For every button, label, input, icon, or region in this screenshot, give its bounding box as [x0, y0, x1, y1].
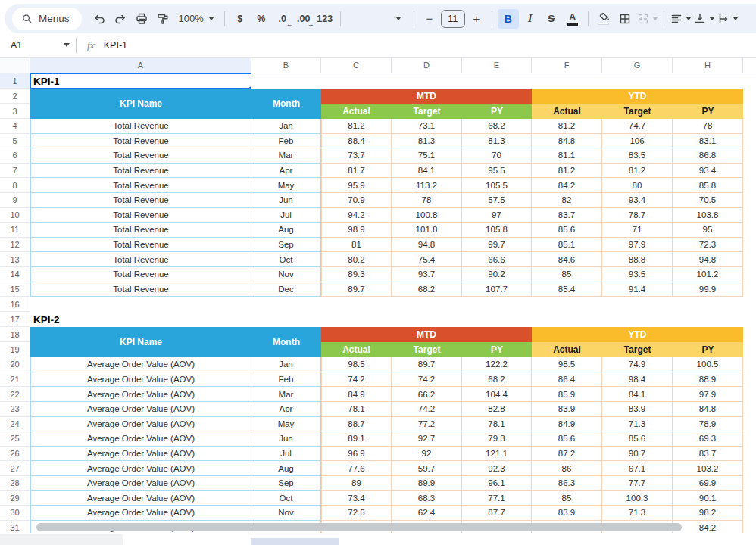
month-cell[interactable]: Nov — [251, 506, 321, 521]
italic-button[interactable]: I — [520, 9, 540, 29]
value-cell[interactable]: 80.2 — [321, 252, 392, 267]
sub-header-target[interactable]: Target — [392, 342, 462, 357]
value-cell[interactable]: 98.9 — [321, 223, 392, 238]
row-number[interactable]: 24 — [0, 417, 30, 432]
value-cell[interactable]: 122.2 — [462, 357, 532, 372]
value-cell[interactable]: 77.2 — [392, 417, 462, 432]
increase-font-size-button[interactable]: + — [467, 9, 486, 29]
value-cell[interactable]: 83.5 — [602, 148, 673, 164]
value-cell[interactable]: 100.8 — [392, 208, 462, 223]
value-cell[interactable]: 81.2 — [602, 164, 673, 179]
value-cell[interactable]: 81.3 — [462, 134, 532, 149]
value-cell[interactable]: 83.7 — [532, 208, 602, 223]
value-cell[interactable]: 107.7 — [462, 282, 532, 297]
value-cell[interactable]: 84.9 — [532, 417, 602, 432]
value-cell[interactable]: 82 — [532, 193, 602, 208]
kpi-name-header[interactable]: KPI Name — [30, 89, 251, 119]
value-cell[interactable]: 73.1 — [392, 119, 462, 134]
strikethrough-button[interactable]: S — [542, 9, 561, 29]
value-cell[interactable]: 88.9 — [673, 372, 743, 388]
value-cell[interactable]: 94.8 — [673, 252, 743, 267]
value-cell[interactable]: 88.7 — [321, 417, 392, 432]
undo-button[interactable] — [89, 9, 109, 29]
value-cell[interactable]: 93.5 — [602, 267, 673, 282]
row-number[interactable]: 12 — [0, 238, 30, 253]
value-cell[interactable]: 88.8 — [602, 252, 673, 267]
fill-color-button[interactable] — [594, 9, 614, 29]
value-cell[interactable]: 103.8 — [673, 208, 743, 223]
month-cell[interactable]: Sep — [251, 238, 321, 253]
value-cell[interactable]: 71.3 — [602, 417, 673, 432]
sub-header-py[interactable]: PY — [673, 104, 743, 119]
sub-header-actual[interactable]: Actual — [532, 104, 602, 119]
bold-button[interactable]: B — [498, 9, 519, 29]
value-cell[interactable]: 81.2 — [532, 119, 602, 134]
value-cell[interactable]: 86.8 — [673, 148, 743, 164]
value-cell[interactable]: 99.7 — [462, 238, 532, 253]
value-cell[interactable]: 101.8 — [392, 223, 462, 238]
value-cell[interactable]: 77.1 — [462, 490, 532, 506]
value-cell[interactable]: 66.2 — [392, 387, 462, 402]
value-cell[interactable]: 85.1 — [532, 238, 602, 253]
value-cell[interactable]: 70.5 — [673, 193, 743, 208]
sub-header-target[interactable]: Target — [602, 104, 673, 119]
value-cell[interactable]: 103.2 — [673, 461, 743, 476]
value-cell[interactable]: 78.9 — [673, 417, 743, 432]
value-cell[interactable]: 83.7 — [673, 447, 743, 462]
format-percent-button[interactable]: % — [251, 9, 271, 29]
value-cell[interactable]: 84.8 — [532, 134, 602, 149]
sub-header-actual[interactable]: Actual — [321, 104, 392, 119]
column-header-G[interactable]: G — [602, 58, 673, 73]
value-cell[interactable]: 78.7 — [602, 208, 673, 223]
value-cell[interactable]: 62.4 — [392, 506, 462, 521]
row-number[interactable]: 10 — [0, 208, 30, 223]
value-cell[interactable]: 85.6 — [602, 431, 673, 447]
value-cell[interactable]: 94.8 — [392, 238, 462, 253]
value-cell[interactable]: 81.2 — [532, 164, 602, 179]
row-number[interactable]: 17 — [0, 312, 30, 327]
column-header-H[interactable]: H — [673, 58, 743, 73]
redo-button[interactable] — [111, 9, 130, 29]
kpi-name-cell[interactable]: Total Revenue — [30, 238, 251, 253]
value-cell[interactable]: 90.1 — [673, 490, 743, 506]
value-cell[interactable]: 68.2 — [462, 119, 532, 134]
value-cell[interactable]: 94.2 — [321, 208, 392, 223]
horizontal-scrollbar[interactable] — [36, 523, 682, 531]
value-cell[interactable]: 89.3 — [321, 267, 392, 282]
value-cell[interactable]: 80 — [602, 178, 673, 193]
value-cell[interactable]: 95 — [673, 223, 743, 238]
decrease-decimal-button[interactable]: .0 ← — [273, 9, 292, 29]
value-cell[interactable]: 89.9 — [392, 476, 462, 491]
month-cell[interactable]: Nov — [251, 267, 321, 282]
print-button[interactable] — [132, 9, 152, 29]
selection-handle[interactable] — [248, 86, 251, 89]
value-cell[interactable]: 74.9 — [602, 357, 673, 372]
kpi-name-cell[interactable]: Average Order Value (AOV) — [30, 490, 251, 506]
value-cell[interactable]: 77.6 — [321, 461, 392, 476]
month-cell[interactable]: Oct — [251, 252, 321, 267]
value-cell[interactable]: 105.5 — [462, 178, 532, 193]
value-cell[interactable]: 88.4 — [321, 134, 392, 149]
value-cell[interactable]: 104.4 — [462, 387, 532, 402]
value-cell[interactable]: 90.2 — [462, 267, 532, 282]
number-format-button[interactable]: 123 — [315, 9, 335, 29]
month-cell[interactable]: Jul — [251, 447, 321, 462]
value-cell[interactable]: 84.1 — [602, 387, 673, 402]
row-number[interactable]: 8 — [0, 178, 30, 193]
value-cell[interactable]: 83.9 — [532, 506, 602, 521]
value-cell[interactable]: 86.3 — [532, 476, 602, 491]
kpi-name-cell[interactable]: Average Order Value (AOV) — [30, 461, 251, 476]
kpi-name-cell[interactable]: Total Revenue — [30, 178, 251, 193]
value-cell[interactable]: 68.2 — [392, 282, 462, 297]
row-number[interactable]: 30 — [0, 506, 30, 521]
value-cell[interactable]: 74.2 — [321, 372, 392, 388]
month-cell[interactable]: Apr — [251, 402, 321, 417]
value-cell[interactable]: 78.1 — [321, 402, 392, 417]
row-number[interactable]: 28 — [0, 476, 30, 491]
value-cell[interactable]: 84.9 — [321, 387, 392, 402]
row-number[interactable]: 4 — [0, 119, 30, 134]
value-cell[interactable]: 83.9 — [602, 402, 673, 417]
value-cell[interactable]: 84.8 — [673, 402, 743, 417]
row-number[interactable]: 23 — [0, 89, 30, 119]
empty-cells[interactable] — [251, 73, 756, 89]
